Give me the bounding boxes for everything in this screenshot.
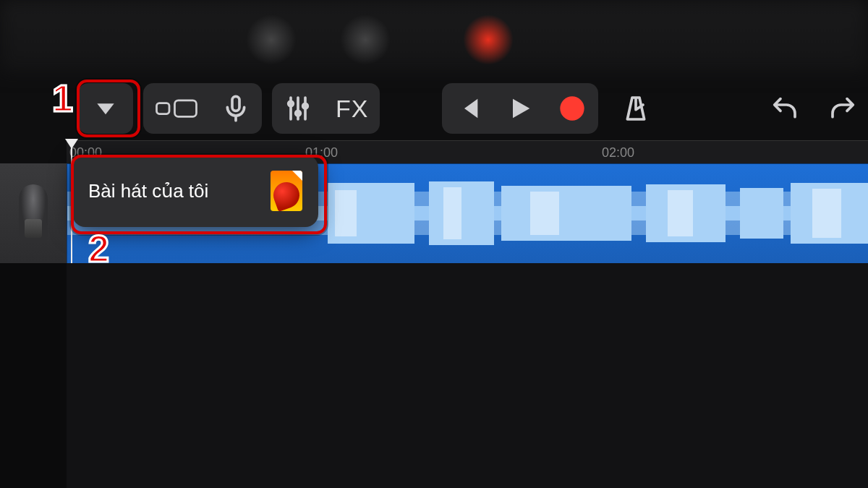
redo-button-partial[interactable] (822, 83, 858, 134)
ruler-time-2: 02:00 (602, 145, 634, 160)
fx-label: FX (336, 95, 368, 123)
track-view-icon (155, 94, 198, 123)
svg-rect-11 (501, 186, 631, 241)
transport-group (442, 83, 598, 134)
svg-rect-1 (175, 100, 197, 117)
svg-rect-13 (740, 188, 783, 239)
track-view-button[interactable] (143, 83, 210, 134)
annotation-number-1: 1 (52, 77, 73, 120)
metronome-icon (621, 94, 650, 123)
sliders-icon (284, 94, 312, 123)
svg-rect-17 (530, 192, 559, 235)
play-icon (506, 94, 535, 123)
blurred-record-indicator (463, 14, 514, 65)
app-viewport: FX 00:00 (0, 0, 868, 488)
microphone-icon (221, 94, 250, 123)
blurred-control (340, 14, 391, 65)
highlight-step-2 (71, 155, 327, 234)
undo-button[interactable] (757, 83, 812, 134)
track-microphone-icon (19, 184, 48, 242)
fx-button[interactable]: FX (324, 83, 380, 134)
blurred-header-area (0, 0, 868, 72)
track-headers-empty (0, 263, 67, 488)
empty-tracks-area (0, 263, 868, 488)
mixer-button[interactable] (272, 83, 324, 134)
microphone-button[interactable] (210, 83, 262, 134)
play-button[interactable] (494, 83, 546, 134)
fx-tools-group: FX (272, 83, 380, 134)
svg-rect-19 (812, 189, 841, 238)
track-header[interactable] (0, 163, 67, 263)
undo-icon (770, 94, 799, 123)
svg-rect-2 (232, 96, 239, 111)
record-button[interactable] (546, 83, 598, 134)
skip-back-icon (454, 94, 482, 123)
svg-point-6 (561, 96, 584, 120)
blurred-control (246, 14, 297, 65)
svg-rect-18 (668, 190, 693, 236)
record-icon (558, 94, 587, 123)
view-tools-group (143, 83, 262, 134)
svg-rect-15 (335, 190, 357, 236)
annotation-number-2: 2 (88, 227, 109, 270)
rewind-button[interactable] (442, 83, 494, 134)
redo-icon (829, 94, 858, 123)
svg-rect-16 (443, 187, 461, 239)
svg-rect-0 (157, 103, 170, 114)
metronome-button[interactable] (608, 83, 663, 134)
highlight-step-1 (77, 80, 140, 137)
